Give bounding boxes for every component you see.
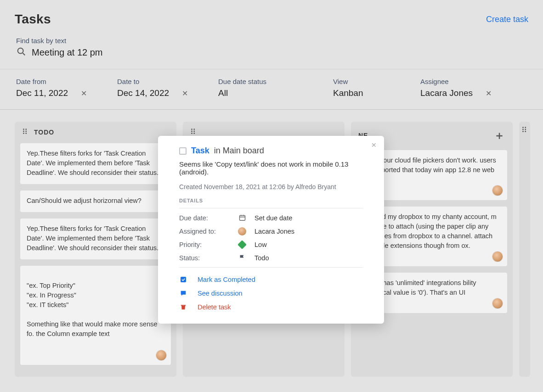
svg-point-12 [191,133,192,134]
close-icon[interactable]: ✕ [371,141,377,149]
svg-point-17 [525,129,526,130]
see-discussion-button[interactable]: See discussion [179,290,363,297]
svg-point-13 [193,133,195,134]
avatar [492,185,503,196]
svg-point-11 [193,131,195,132]
svg-rect-24 [181,277,186,282]
svg-point-2 [23,129,24,130]
chat-icon [179,290,187,297]
filter-view[interactable]: View Kanban [333,78,393,98]
page-title: Tasks [15,12,51,27]
svg-point-15 [525,127,526,128]
task-card[interactable]: "ex. Top Priority" "ex. In Progress" "ex… [20,266,171,365]
svg-point-3 [25,129,27,130]
svg-line-1 [23,53,25,56]
svg-point-14 [522,127,524,128]
svg-point-5 [25,131,27,132]
column-edge [519,122,530,377]
task-description: Seems like 'Copy text/link' does not wor… [179,160,363,176]
detail-assigned-to[interactable]: Assigned to: Lacara Jones [179,227,363,235]
add-card-icon[interactable]: ＋ [494,128,505,143]
svg-point-9 [193,129,195,130]
create-task-link[interactable]: Create task [486,15,528,24]
search-value: Meeting at 12 pm [32,47,103,58]
check-square-icon [179,276,187,283]
assignee-avatar [237,227,247,235]
svg-point-8 [191,129,192,130]
filter-assignee[interactable]: Assignee Lacara Jones ✕ [420,78,494,98]
drag-handle-icon[interactable] [190,128,197,136]
svg-point-6 [23,133,24,134]
flag-icon [237,254,247,262]
svg-point-16 [522,129,524,130]
details-header: DETAILS [179,198,363,208]
task-link[interactable]: Task [191,146,209,156]
avatar [492,298,503,308]
drag-handle-icon[interactable] [521,126,528,372]
avatar [492,252,503,262]
search-icon [16,46,26,59]
task-detail-modal: ✕ Task in Main board Seems like 'Copy te… [158,136,384,324]
svg-point-10 [191,131,192,132]
detail-priority[interactable]: Priority: Low [179,241,363,248]
svg-rect-20 [239,216,245,221]
search-label: Find task by text [16,37,528,45]
task-card[interactable]: Yep.These filters forks for 'Task Creati… [20,143,171,184]
filter-due-status[interactable]: Due date status All [218,78,305,98]
task-location: in Main board [214,146,264,156]
filter-date-from[interactable]: Date from Dec 11, 2022 ✕ [16,78,90,98]
delete-task-button[interactable]: Delete task [179,303,363,311]
mark-completed-button[interactable]: Mark as Completed [179,276,363,283]
task-checkbox[interactable] [179,147,187,155]
svg-point-7 [25,133,27,134]
column-todo: TODO Yep.These filters forks for 'Task C… [15,122,176,377]
clear-assignee-icon[interactable]: ✕ [486,89,492,98]
task-created-meta: Created November 18, 2021 at 12:06 by Al… [179,183,363,190]
task-card[interactable]: Yep.These filters forks for 'Task Creati… [20,218,171,259]
calendar-icon [237,214,247,222]
filter-date-to[interactable]: Date to Dec 14, 2022 ✕ [117,78,191,98]
detail-status[interactable]: Status: Todo [179,254,363,262]
clear-date-to-icon[interactable]: ✕ [182,89,188,98]
priority-icon [237,241,247,248]
avatar [156,350,166,360]
svg-point-18 [522,131,524,132]
task-card[interactable]: Can/Should we adjust horizornal view? [20,190,171,212]
column-title: TODO [34,129,54,136]
svg-point-4 [23,131,24,132]
drag-handle-icon[interactable] [22,128,28,136]
svg-point-19 [525,131,526,132]
trash-icon [179,303,187,311]
detail-due-date[interactable]: Due date: Set due date [179,214,363,222]
svg-point-0 [18,48,23,54]
clear-date-from-icon[interactable]: ✕ [81,89,87,98]
search-input[interactable]: Meeting at 12 pm [15,46,528,59]
